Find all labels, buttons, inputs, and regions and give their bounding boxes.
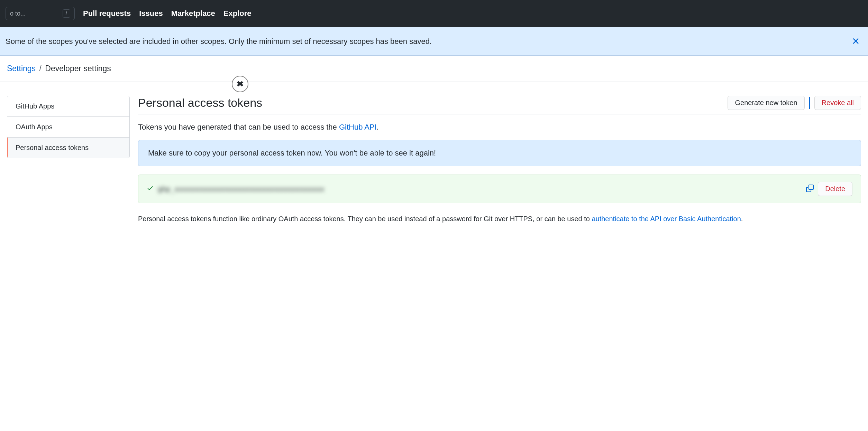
breadcrumb-separator: / <box>39 64 42 73</box>
close-icon[interactable]: ✕ <box>849 36 862 47</box>
intro-suffix: . <box>377 123 379 131</box>
generate-new-token-button[interactable]: Generate new token <box>728 96 804 110</box>
copy-icon[interactable] <box>806 185 814 193</box>
footer-suffix: . <box>741 215 743 223</box>
nav-link-pull-requests[interactable]: Pull requests <box>83 9 131 18</box>
close-badge-icon[interactable]: ✖ <box>232 76 248 92</box>
warning-text: Make sure to copy your personal access t… <box>148 149 436 157</box>
sidebar-item-personal-access-tokens[interactable]: Personal access tokens <box>7 138 129 158</box>
token-row: ghp_xxxxxxxxxxxxxxxxxxxxxxxxxxxxxxxxxxxx… <box>138 175 861 203</box>
github-api-link[interactable]: GitHub API <box>339 123 377 131</box>
nav-link-explore[interactable]: Explore <box>223 9 252 18</box>
flash-message: Some of the scopes you've selected are i… <box>6 37 432 46</box>
token-value: ghp_xxxxxxxxxxxxxxxxxxxxxxxxxxxxxxxxxxxx <box>158 185 802 193</box>
main-content: Personal access tokens Generate new toke… <box>138 96 861 225</box>
search-box[interactable]: o to... / <box>6 7 75 20</box>
sidebar: GitHub Apps OAuth Apps Personal access t… <box>7 96 130 158</box>
page-header: Personal access tokens Generate new toke… <box>138 96 861 114</box>
breadcrumb-current: Developer settings <box>45 64 111 73</box>
flash-banner: Some of the scopes you've selected are i… <box>0 27 868 56</box>
breadcrumb-bar: Settings / Developer settings <box>0 56 868 82</box>
footer-prefix: Personal access tokens function like ord… <box>138 215 592 223</box>
top-nav: o to... / Pull requests Issues Marketpla… <box>0 0 868 27</box>
search-placeholder: o to... <box>10 10 63 17</box>
content-wrapper: ✖ GitHub Apps OAuth Apps Personal access… <box>0 82 868 238</box>
sidebar-item-label: GitHub Apps <box>16 102 54 110</box>
sidebar-menu: GitHub Apps OAuth Apps Personal access t… <box>7 96 130 158</box>
nav-links: Pull requests Issues Marketplace Explore <box>83 9 252 18</box>
sidebar-item-label: Personal access tokens <box>16 144 89 151</box>
basic-auth-link[interactable]: authenticate to the API over Basic Authe… <box>592 215 741 223</box>
copy-token-warning: Make sure to copy your personal access t… <box>138 140 861 166</box>
intro-text: Tokens you have generated that can be us… <box>138 123 861 132</box>
sidebar-item-github-apps[interactable]: GitHub Apps <box>7 96 129 117</box>
breadcrumb-parent[interactable]: Settings <box>7 64 36 73</box>
nav-link-marketplace[interactable]: Marketplace <box>171 9 215 18</box>
button-separator <box>809 97 810 109</box>
revoke-all-button[interactable]: Revoke all <box>814 96 861 110</box>
header-actions: Generate new token Revoke all <box>728 96 861 110</box>
footer-text: Personal access tokens function like ord… <box>138 213 861 225</box>
page-title: Personal access tokens <box>138 96 262 110</box>
sidebar-item-oauth-apps[interactable]: OAuth Apps <box>7 117 129 138</box>
breadcrumb: Settings / Developer settings <box>7 64 861 73</box>
nav-link-issues[interactable]: Issues <box>139 9 163 18</box>
intro-prefix: Tokens you have generated that can be us… <box>138 123 339 131</box>
sidebar-item-label: OAuth Apps <box>16 123 53 131</box>
slash-key-hint: / <box>63 9 70 18</box>
check-icon <box>147 185 154 194</box>
delete-button[interactable]: Delete <box>818 182 852 196</box>
